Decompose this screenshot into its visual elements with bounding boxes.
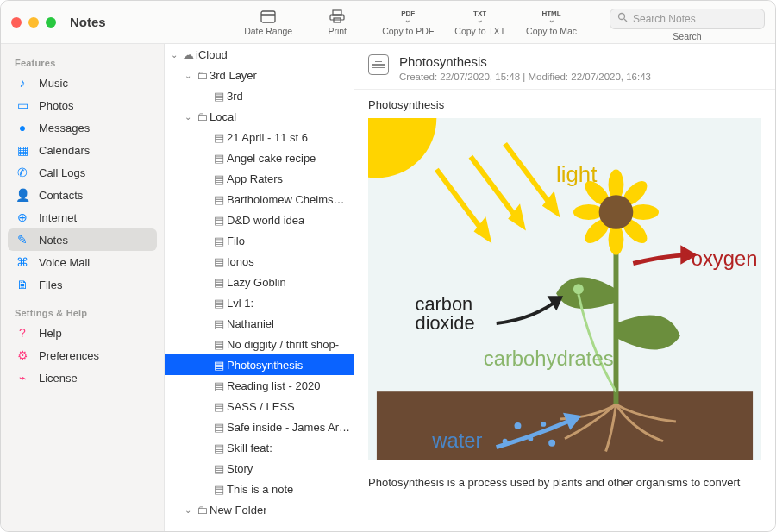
tree-note-item[interactable]: ▤Lvl 1: [165,292,354,313]
help-icon: ? [15,326,30,340]
close-window-button[interactable] [11,17,22,28]
note-icon: ▤ [211,338,227,351]
tree-note-item[interactable]: ▤Skill feat: [165,437,354,458]
tree-folder-item[interactable]: ⌄🗀New Folder [165,499,354,520]
diagram-label-oxygen: oxygen [692,247,758,270]
note-icon: ▤ [211,441,227,454]
note-icon: ▤ [211,317,227,330]
zoom-window-button[interactable] [46,17,56,28]
notes-tree[interactable]: ⌄☁iCloud⌄🗀3rd Layer▤3rd⌄🗀Local▤21 April … [165,44,354,531]
search-input[interactable]: Search Notes [610,9,765,29]
tree-note-item[interactable]: ▤App Raters [165,168,354,189]
sidebar-item-files[interactable]: 🗎Files [8,273,157,296]
tree-note-item[interactable]: ▤21 April - 11 st 6 [165,127,354,147]
tree-folder-item[interactable]: ⌄🗀3rd Layer [165,65,354,85]
sidebar-item-help[interactable]: ?Help [8,322,157,344]
note-icon: ▤ [211,131,227,144]
tree-note-item[interactable]: ▤This is a note [165,479,354,499]
tree-folder-item[interactable]: ⌄☁iCloud [165,44,354,65]
tree-item-label: iCloud [196,48,228,61]
sidebar-item-messages[interactable]: ●Messages [8,116,157,139]
sidebar-item-notes[interactable]: ✎Notes [8,228,157,251]
tree-note-item[interactable]: ▤No diggity / thrift shop- [165,334,354,354]
txt-icon: TXT⌄ [473,9,486,24]
sidebar-item-label: Voice Mail [39,256,90,269]
tree-item-label: Lvl 1: [227,297,253,310]
pdf-icon: PDF⌄ [401,9,415,24]
svg-point-29 [541,422,546,427]
window-controls [11,17,56,28]
note-icon: ▤ [211,214,227,227]
date-range-button[interactable]: Date Range [244,9,292,36]
tree-note-item[interactable]: ▤3rd [165,85,354,106]
sidebar-section-settings: Settings & Help [8,303,157,322]
note-heading: Photosynthesis [368,98,761,111]
note-content[interactable]: Photosynthesis Created: 22/07/2020, 15:4… [354,44,775,531]
tree-item-label: Safe inside - James Ar… [227,421,350,434]
sidebar-item-photos[interactable]: ▭Photos [8,94,157,116]
sidebar-item-calendars[interactable]: ▦Calendars [8,139,157,161]
tree-item-label: Ionos [227,255,254,268]
sidebar-item-music[interactable]: ♪Music [8,72,157,94]
disclosure-triangle-icon[interactable]: ⌄ [182,112,194,122]
tree-folder-item[interactable]: ⌄🗀Local [165,106,354,127]
sidebar-item-preferences[interactable]: ⚙Preferences [8,344,157,366]
note-icon: ▤ [211,90,227,103]
disclosure-triangle-icon[interactable]: ⌄ [182,71,194,80]
messages-icon: ● [15,121,30,135]
voicemail-icon: ⌘ [15,255,30,269]
titlebar: Notes Date Range Print PDF⌄ Copy to PDF … [1,1,775,44]
tree-item-label: No diggity / thrift shop- [227,338,339,351]
sidebar-item-label: Photos [39,99,73,112]
sidebar-item-label: Call Logs [39,166,85,179]
tree-item-label: 3rd [227,90,243,103]
tree-note-item[interactable]: ▤Lazy Goblin [165,272,354,292]
tree-note-item[interactable]: ▤Reading list - 2020 [165,375,354,396]
tree-note-item[interactable]: ▤Ionos [165,251,354,272]
copy-mac-button[interactable]: HTML⌄ Copy to Mac [526,9,577,36]
printer-icon [329,9,345,24]
note-icon: ▤ [211,462,227,475]
note-icon: ▤ [211,297,227,310]
svg-point-30 [548,440,555,447]
app-title: Notes [70,15,106,29]
tree-item-label: D&D world idea [227,214,304,227]
tree-item-label: 3rd Layer [210,69,257,82]
folder-icon: 🗀 [194,69,210,82]
notes-icon: ✎ [15,233,30,247]
tree-item-label: Photosynthesis [227,359,303,372]
tree-item-label: New Folder [210,504,266,516]
sidebar-item-call-logs[interactable]: ✆Call Logs [8,161,157,184]
sidebar-item-contacts[interactable]: 👤Contacts [8,184,157,206]
copy-txt-button[interactable]: TXT⌄ Copy to TXT [454,9,505,36]
sidebar: Features ♪Music▭Photos●Messages▦Calendar… [1,44,165,531]
copy-txt-label: Copy to TXT [454,26,505,36]
tree-item-label: Filo [227,235,245,247]
svg-point-25 [599,195,634,229]
tree-note-item[interactable]: ▤Nathaniel [165,313,354,334]
tree-note-item[interactable]: ▤Angel cake recipe [165,147,354,168]
sidebar-item-internet[interactable]: ⊕Internet [8,206,157,228]
tree-note-item[interactable]: ▤SASS / LESS [165,396,354,416]
tree-note-item[interactable]: ▤D&D world idea [165,210,354,230]
note-icon: ▤ [211,235,227,247]
sidebar-item-label: Messages [39,122,90,135]
note-doc-icon [368,54,389,75]
sidebar-item-voice-mail[interactable]: ⌘Voice Mail [8,251,157,273]
tree-note-item[interactable]: ▤Safe inside - James Ar… [165,416,354,437]
print-button[interactable]: Print [313,9,361,36]
note-icon: ▤ [211,172,227,185]
sidebar-item-license[interactable]: ⌁License [8,366,157,389]
folder-icon: 🗀 [194,504,210,516]
tree-note-item[interactable]: ▤Bartholomew Chelms… [165,189,354,210]
copy-pdf-button[interactable]: PDF⌄ Copy to PDF [382,9,434,36]
search-caption: Search [673,31,701,41]
tree-note-item[interactable]: ▤Photosynthesis [165,354,354,375]
disclosure-triangle-icon[interactable]: ⌄ [182,505,194,515]
tree-note-item[interactable]: ▤Story [165,458,354,479]
disclosure-triangle-icon[interactable]: ⌄ [168,50,180,59]
note-icon: ▤ [211,421,227,434]
sidebar-item-label: Help [39,327,62,340]
tree-note-item[interactable]: ▤Filo [165,230,354,251]
minimize-window-button[interactable] [28,17,39,28]
